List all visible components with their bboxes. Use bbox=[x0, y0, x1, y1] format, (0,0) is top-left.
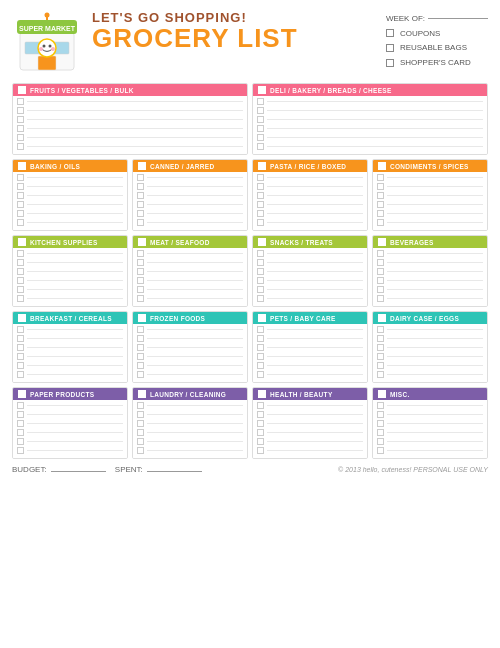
item-checkbox[interactable] bbox=[257, 402, 264, 409]
item-checkbox[interactable] bbox=[257, 134, 264, 141]
item-checkbox[interactable] bbox=[257, 250, 264, 257]
item-checkbox[interactable] bbox=[17, 259, 24, 266]
item-checkbox[interactable] bbox=[257, 201, 264, 208]
item-checkbox[interactable] bbox=[137, 259, 144, 266]
item-checkbox[interactable] bbox=[17, 98, 24, 105]
item-checkbox[interactable] bbox=[377, 447, 384, 454]
item-checkbox[interactable] bbox=[137, 183, 144, 190]
item-checkbox[interactable] bbox=[377, 219, 384, 226]
item-checkbox[interactable] bbox=[17, 201, 24, 208]
item-checkbox[interactable] bbox=[377, 277, 384, 284]
item-checkbox[interactable] bbox=[137, 429, 144, 436]
item-checkbox[interactable] bbox=[17, 210, 24, 217]
item-checkbox[interactable] bbox=[257, 125, 264, 132]
item-checkbox[interactable] bbox=[137, 438, 144, 445]
item-checkbox[interactable] bbox=[17, 344, 24, 351]
item-checkbox[interactable] bbox=[17, 362, 24, 369]
item-checkbox[interactable] bbox=[257, 219, 264, 226]
item-checkbox[interactable] bbox=[257, 268, 264, 275]
item-checkbox[interactable] bbox=[137, 353, 144, 360]
item-checkbox[interactable] bbox=[137, 447, 144, 454]
item-checkbox[interactable] bbox=[17, 411, 24, 418]
item-checkbox[interactable] bbox=[137, 286, 144, 293]
item-checkbox[interactable] bbox=[377, 174, 384, 181]
item-checkbox[interactable] bbox=[377, 429, 384, 436]
item-checkbox[interactable] bbox=[137, 192, 144, 199]
item-checkbox[interactable] bbox=[17, 116, 24, 123]
item-checkbox[interactable] bbox=[17, 295, 24, 302]
item-checkbox[interactable] bbox=[17, 335, 24, 342]
item-checkbox[interactable] bbox=[257, 295, 264, 302]
item-checkbox[interactable] bbox=[17, 143, 24, 150]
item-checkbox[interactable] bbox=[257, 183, 264, 190]
item-checkbox[interactable] bbox=[257, 438, 264, 445]
item-checkbox[interactable] bbox=[17, 250, 24, 257]
item-checkbox[interactable] bbox=[137, 174, 144, 181]
item-checkbox[interactable] bbox=[17, 192, 24, 199]
item-checkbox[interactable] bbox=[377, 268, 384, 275]
item-checkbox[interactable] bbox=[377, 250, 384, 257]
shoppers-card-check[interactable] bbox=[386, 59, 394, 67]
item-checkbox[interactable] bbox=[257, 362, 264, 369]
item-checkbox[interactable] bbox=[137, 295, 144, 302]
item-checkbox[interactable] bbox=[137, 210, 144, 217]
item-checkbox[interactable] bbox=[137, 371, 144, 378]
item-checkbox[interactable] bbox=[17, 268, 24, 275]
item-checkbox[interactable] bbox=[257, 371, 264, 378]
item-checkbox[interactable] bbox=[377, 438, 384, 445]
item-checkbox[interactable] bbox=[377, 210, 384, 217]
item-checkbox[interactable] bbox=[17, 420, 24, 427]
item-checkbox[interactable] bbox=[137, 326, 144, 333]
item-checkbox[interactable] bbox=[257, 277, 264, 284]
item-checkbox[interactable] bbox=[137, 277, 144, 284]
item-checkbox[interactable] bbox=[17, 183, 24, 190]
item-checkbox[interactable] bbox=[17, 326, 24, 333]
item-checkbox[interactable] bbox=[377, 259, 384, 266]
item-checkbox[interactable] bbox=[17, 429, 24, 436]
item-checkbox[interactable] bbox=[17, 447, 24, 454]
item-checkbox[interactable] bbox=[377, 344, 384, 351]
item-checkbox[interactable] bbox=[257, 210, 264, 217]
item-checkbox[interactable] bbox=[17, 219, 24, 226]
item-checkbox[interactable] bbox=[137, 420, 144, 427]
item-checkbox[interactable] bbox=[137, 201, 144, 208]
item-checkbox[interactable] bbox=[257, 107, 264, 114]
item-checkbox[interactable] bbox=[137, 411, 144, 418]
item-checkbox[interactable] bbox=[17, 107, 24, 114]
item-checkbox[interactable] bbox=[377, 295, 384, 302]
item-checkbox[interactable] bbox=[137, 362, 144, 369]
item-checkbox[interactable] bbox=[17, 371, 24, 378]
item-checkbox[interactable] bbox=[377, 353, 384, 360]
item-checkbox[interactable] bbox=[17, 277, 24, 284]
item-checkbox[interactable] bbox=[257, 174, 264, 181]
item-checkbox[interactable] bbox=[257, 259, 264, 266]
item-checkbox[interactable] bbox=[377, 362, 384, 369]
item-checkbox[interactable] bbox=[137, 250, 144, 257]
item-checkbox[interactable] bbox=[377, 192, 384, 199]
item-checkbox[interactable] bbox=[17, 134, 24, 141]
item-checkbox[interactable] bbox=[377, 420, 384, 427]
item-checkbox[interactable] bbox=[137, 335, 144, 342]
item-checkbox[interactable] bbox=[257, 326, 264, 333]
item-checkbox[interactable] bbox=[137, 219, 144, 226]
item-checkbox[interactable] bbox=[17, 402, 24, 409]
item-checkbox[interactable] bbox=[137, 344, 144, 351]
item-checkbox[interactable] bbox=[17, 353, 24, 360]
item-checkbox[interactable] bbox=[257, 447, 264, 454]
item-checkbox[interactable] bbox=[377, 201, 384, 208]
item-checkbox[interactable] bbox=[377, 371, 384, 378]
item-checkbox[interactable] bbox=[377, 335, 384, 342]
item-checkbox[interactable] bbox=[377, 286, 384, 293]
item-checkbox[interactable] bbox=[257, 143, 264, 150]
item-checkbox[interactable] bbox=[17, 174, 24, 181]
item-checkbox[interactable] bbox=[257, 429, 264, 436]
item-checkbox[interactable] bbox=[257, 192, 264, 199]
item-checkbox[interactable] bbox=[257, 286, 264, 293]
item-checkbox[interactable] bbox=[17, 438, 24, 445]
item-checkbox[interactable] bbox=[377, 326, 384, 333]
item-checkbox[interactable] bbox=[377, 183, 384, 190]
item-checkbox[interactable] bbox=[257, 420, 264, 427]
item-checkbox[interactable] bbox=[257, 98, 264, 105]
item-checkbox[interactable] bbox=[17, 125, 24, 132]
item-checkbox[interactable] bbox=[377, 411, 384, 418]
